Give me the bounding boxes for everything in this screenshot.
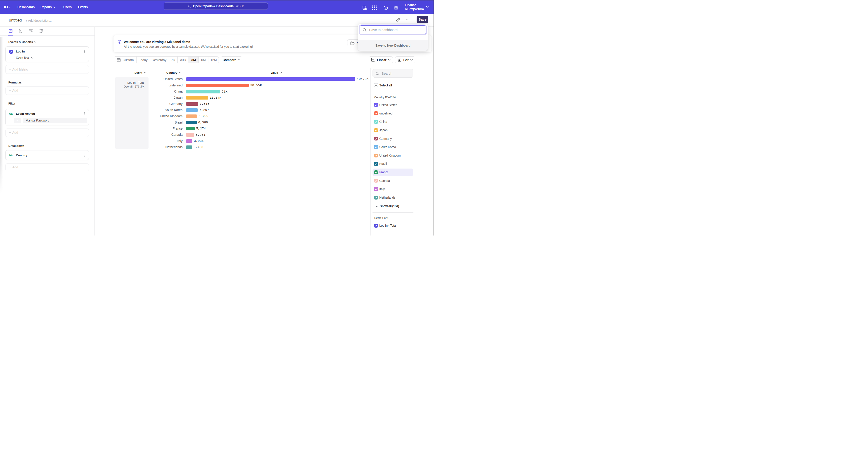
svg-text:?: ? [385,6,386,9]
